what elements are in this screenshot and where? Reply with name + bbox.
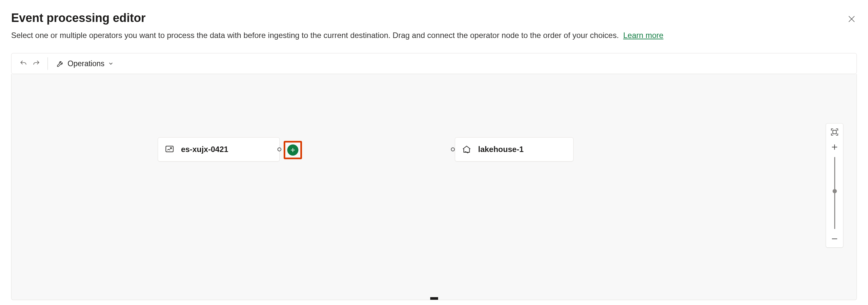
redo-button[interactable]	[30, 57, 42, 70]
svg-rect-2	[166, 146, 174, 152]
page-subtitle: Select one or multiple operators you wan…	[11, 31, 857, 40]
stream-source-icon	[165, 144, 175, 154]
wrench-icon	[56, 60, 64, 67]
undo-button[interactable]	[18, 57, 30, 70]
close-button[interactable]	[846, 14, 857, 24]
operations-dropdown[interactable]: Operations	[53, 57, 117, 70]
zoom-in-icon	[831, 143, 838, 151]
zoom-panel	[826, 123, 843, 248]
source-output-port[interactable]	[277, 147, 281, 151]
destination-node[interactable]: lakehouse-1	[455, 137, 574, 162]
plus-icon	[290, 147, 296, 153]
redo-icon	[32, 59, 40, 68]
operations-label: Operations	[67, 59, 104, 68]
close-icon	[847, 15, 856, 23]
chevron-down-icon	[108, 61, 114, 67]
zoom-out-button[interactable]	[829, 234, 840, 244]
undo-icon	[19, 59, 28, 68]
learn-more-link[interactable]: Learn more	[623, 31, 663, 40]
source-node-label: es-xujx-0421	[181, 145, 228, 154]
toolbar: Operations	[11, 53, 857, 74]
destination-input-port[interactable]	[451, 147, 455, 151]
canvas[interactable]: es-xujx-0421 lakehouse-1	[11, 74, 857, 300]
svg-rect-6	[833, 130, 837, 134]
zoom-in-button[interactable]	[829, 142, 840, 152]
fit-to-screen-button[interactable]	[829, 127, 840, 137]
canvas-resize-handle[interactable]	[430, 297, 438, 300]
destination-node-label: lakehouse-1	[478, 145, 524, 154]
page-title: Event processing editor	[11, 11, 146, 25]
fit-to-screen-icon	[830, 128, 839, 136]
zoom-out-icon	[831, 235, 838, 243]
zoom-slider-handle[interactable]	[833, 189, 837, 193]
toolbar-separator	[48, 57, 48, 70]
source-node[interactable]: es-xujx-0421	[158, 137, 280, 162]
svg-point-3	[170, 147, 172, 149]
add-operator-highlight	[284, 141, 302, 159]
add-operator-button[interactable]	[287, 144, 299, 156]
lakehouse-icon	[462, 144, 471, 154]
zoom-slider[interactable]	[834, 157, 835, 229]
